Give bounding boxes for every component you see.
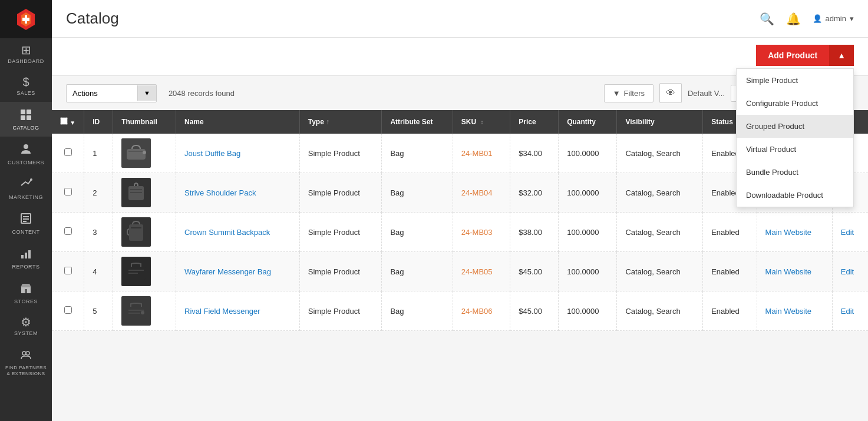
row-thumbnail — [113, 173, 176, 213]
th-name[interactable]: Name — [176, 110, 300, 134]
sidebar-item-customers[interactable]: CUSTOMERS — [0, 137, 52, 171]
row-name[interactable]: Joust Duffle Bag — [176, 134, 300, 173]
filters-button[interactable]: ▼ Filters — [604, 84, 654, 102]
row-type: Simple Product — [299, 134, 382, 173]
row-checkbox-cell — [52, 252, 84, 291]
th-attribute-set[interactable]: Attribute Set — [382, 110, 453, 134]
svg-rect-17 — [28, 250, 31, 258]
row-thumbnail — [113, 252, 176, 291]
row-action[interactable]: Edit — [832, 291, 868, 331]
stores-icon — [19, 281, 32, 296]
row-quantity: 100.0000 — [559, 173, 617, 213]
search-icon[interactable]: 🔍 — [760, 12, 774, 26]
svg-rect-8 — [27, 115, 31, 120]
th-checkbox-arrow[interactable]: ▼ — [70, 120, 75, 126]
catalog-icon — [19, 108, 32, 122]
row-status: Enabled — [703, 213, 757, 252]
sidebar-item-catalog[interactable]: CATALOG — [0, 102, 52, 137]
sidebar: ⊞ DASHBOARD $ SALES CATALOG CUSTOMERS — [0, 0, 52, 421]
row-name[interactable]: Strive Shoulder Pack — [176, 173, 300, 213]
th-price[interactable]: Price — [510, 110, 559, 134]
svg-rect-27 — [130, 192, 142, 193]
sidebar-item-reports[interactable]: REPORTS — [0, 241, 52, 276]
row-attribute-set: Bag — [382, 291, 453, 331]
sidebar-item-stores[interactable]: STORES — [0, 276, 52, 310]
svg-rect-14 — [23, 221, 27, 222]
svg-rect-34 — [128, 310, 144, 311]
dropdown-item-configurable[interactable]: Configurable Product — [737, 92, 853, 115]
svg-point-9 — [24, 144, 28, 149]
row-id[interactable]: 3 — [84, 213, 113, 252]
dropdown-item-downloadable[interactable]: Downloadable Product — [737, 184, 853, 207]
row-id[interactable]: 5 — [84, 291, 113, 331]
svg-rect-4 — [27, 18, 29, 21]
row-thumbnail — [113, 291, 176, 331]
row-checkbox[interactable] — [64, 306, 72, 314]
row-sku: 24-MB01 — [453, 134, 510, 173]
row-id[interactable]: 2 — [84, 173, 113, 213]
th-id[interactable]: ID — [84, 110, 113, 134]
sort-icon: ↕ — [480, 119, 483, 125]
sidebar-item-partners[interactable]: FIND PARTNERS & EXTENSIONS — [0, 342, 52, 382]
row-sku: 24-MB05 — [453, 252, 510, 291]
th-visibility[interactable]: Visibility — [617, 110, 703, 134]
row-checkbox[interactable] — [64, 188, 72, 195]
row-websites[interactable]: Main Website — [757, 291, 832, 331]
banner-area: Add Product ▲ Simple Product Configurabl… — [52, 38, 868, 76]
sidebar-item-marketing[interactable]: MARKETING — [0, 171, 52, 206]
row-status: Enabled — [703, 252, 757, 291]
th-sku[interactable]: SKU ↕ — [453, 110, 510, 134]
th-quantity[interactable]: Quantity — [559, 110, 617, 134]
sidebar-logo[interactable] — [0, 0, 52, 38]
row-action[interactable]: Edit — [832, 252, 868, 291]
actions-select[interactable]: Actions — [67, 85, 137, 102]
add-product-button[interactable]: Add Product — [756, 45, 829, 66]
th-thumbnail: Thumbnail — [113, 110, 176, 134]
sidebar-item-content[interactable]: CONTENT — [0, 206, 52, 241]
row-websites[interactable]: Main Website — [757, 213, 832, 252]
th-type[interactable]: Type ↑ — [299, 110, 382, 134]
content-svg-icon — [19, 212, 32, 225]
sidebar-item-dashboard[interactable]: ⊞ DASHBOARD — [0, 38, 52, 70]
th-checkbox: ▼ — [52, 110, 84, 134]
dropdown-item-simple[interactable]: Simple Product — [737, 69, 853, 92]
sidebar-item-system[interactable]: ⚙ SYSTEM — [0, 310, 52, 342]
row-id[interactable]: 1 — [84, 134, 113, 173]
row-checkbox[interactable] — [64, 148, 72, 156]
dashboard-icon: ⊞ — [21, 44, 31, 56]
marketing-svg-icon — [19, 177, 32, 190]
view-toggle-button[interactable]: 👁 — [659, 83, 682, 103]
row-action[interactable]: Edit — [832, 213, 868, 252]
admin-user-menu[interactable]: 👤 admin ▾ — [813, 14, 854, 23]
dropdown-item-grouped[interactable]: Grouped Product — [737, 115, 853, 138]
svg-rect-13 — [23, 218, 29, 220]
svg-rect-35 — [128, 313, 140, 314]
dropdown-item-virtual[interactable]: Virtual Product — [737, 138, 853, 161]
row-visibility: Catalog, Search — [617, 252, 703, 291]
svg-point-21 — [26, 352, 29, 355]
svg-rect-16 — [25, 253, 27, 258]
add-product-group: Add Product ▲ Simple Product Configurabl… — [756, 45, 854, 66]
row-name[interactable]: Crown Summit Backpack — [176, 213, 300, 252]
default-view-label: Default V... — [688, 89, 725, 98]
bell-icon[interactable]: 🔔 — [786, 12, 801, 26]
row-thumbnail — [113, 213, 176, 252]
row-websites[interactable]: Main Website — [757, 252, 832, 291]
sidebar-item-sales[interactable]: $ SALES — [0, 70, 52, 102]
row-checkbox[interactable] — [64, 227, 72, 235]
add-product-toggle-button[interactable]: ▲ — [829, 45, 854, 66]
actions-dropdown-arrow[interactable]: ▼ — [137, 85, 156, 101]
chevron-down-icon: ▾ — [850, 14, 854, 23]
svg-rect-12 — [23, 216, 29, 217]
row-checkbox[interactable] — [64, 267, 72, 274]
row-checkbox-cell — [52, 291, 84, 331]
svg-rect-32 — [128, 273, 138, 274]
row-name[interactable]: Rival Field Messenger — [176, 291, 300, 331]
select-all-checkbox[interactable] — [60, 117, 68, 125]
row-price: $45.00 — [510, 252, 559, 291]
row-id[interactable]: 4 — [84, 252, 113, 291]
reports-svg-icon — [19, 247, 32, 260]
dropdown-item-bundle[interactable]: Bundle Product — [737, 161, 853, 184]
sidebar-item-label: CONTENT — [12, 229, 40, 235]
row-name[interactable]: Wayfarer Messenger Bag — [176, 252, 300, 291]
